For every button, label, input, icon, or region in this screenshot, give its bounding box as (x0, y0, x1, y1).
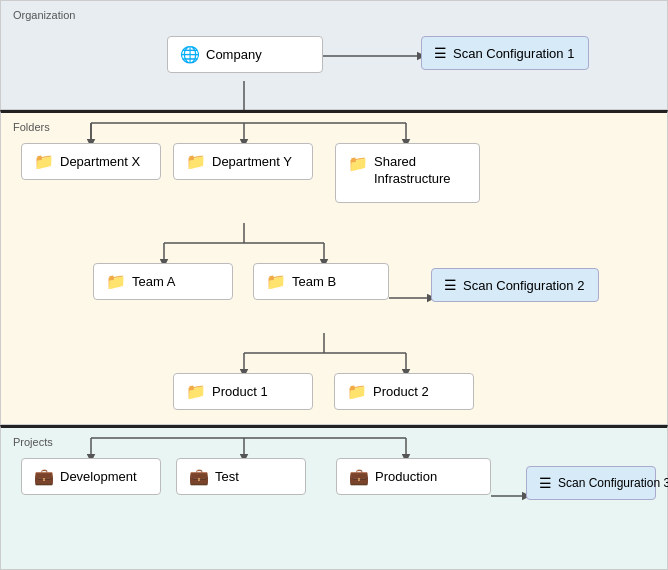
scan-config-2-label: Scan Configuration 2 (463, 278, 584, 293)
folder-icon-product2: 📁 (347, 382, 367, 401)
team-a-label: Team A (132, 274, 175, 289)
test-node[interactable]: 💼 Test (176, 458, 306, 495)
folder-icon-deptx: 📁 (34, 152, 54, 171)
scan-config-1-label: Scan Configuration 1 (453, 46, 574, 61)
shared-infra-node[interactable]: 📁 Shared Infrastructure (335, 143, 480, 203)
development-label: Development (60, 469, 137, 484)
team-b-node[interactable]: 📁 Team B (253, 263, 389, 300)
product-1-label: Product 1 (212, 384, 268, 399)
development-node[interactable]: 💼 Development (21, 458, 161, 495)
scan-icon-2: ☰ (444, 277, 457, 293)
team-a-node[interactable]: 📁 Team A (93, 263, 233, 300)
company-node[interactable]: 🌐 Company (167, 36, 323, 73)
globe-icon: 🌐 (180, 45, 200, 64)
product-2-node[interactable]: 📁 Product 2 (334, 373, 474, 410)
test-label: Test (215, 469, 239, 484)
product-2-label: Product 2 (373, 384, 429, 399)
company-label: Company (206, 47, 262, 62)
scan-config-2-node[interactable]: ☰ Scan Configuration 2 (431, 268, 599, 302)
folder-icon-teama: 📁 (106, 272, 126, 291)
scan-config-1-node[interactable]: ☰ Scan Configuration 1 (421, 36, 589, 70)
folder-icon-product1: 📁 (186, 382, 206, 401)
briefcase-icon-prod: 💼 (349, 467, 369, 486)
projects-label: Projects (13, 436, 655, 448)
projects-section: Projects 💼 Development 💼 Test 💼 Producti… (0, 425, 668, 570)
scan-icon-1: ☰ (434, 45, 447, 61)
production-label: Production (375, 469, 437, 484)
production-node[interactable]: 💼 Production (336, 458, 491, 495)
product-1-node[interactable]: 📁 Product 1 (173, 373, 313, 410)
scan-config-3-label: Scan Configuration 3 (558, 476, 668, 490)
dept-x-node[interactable]: 📁 Department X (21, 143, 161, 180)
folders-section: Folders 📁 D (0, 110, 668, 425)
team-b-label: Team B (292, 274, 336, 289)
briefcase-icon-dev: 💼 (34, 467, 54, 486)
scan-icon-3: ☰ (539, 475, 552, 491)
org-label: Organization (13, 9, 655, 21)
folders-label: Folders (13, 121, 655, 133)
dept-y-node[interactable]: 📁 Department Y (173, 143, 313, 180)
folder-icon-shared: 📁 (348, 154, 368, 173)
org-section: Organization 🌐 Company ☰ Scan Configurat… (0, 0, 668, 110)
folder-icon-teamb: 📁 (266, 272, 286, 291)
dept-y-label: Department Y (212, 154, 292, 169)
briefcase-icon-test: 💼 (189, 467, 209, 486)
scan-config-3-node[interactable]: ☰ Scan Configuration 3 (526, 466, 656, 500)
dept-x-label: Department X (60, 154, 140, 169)
folder-icon-depty: 📁 (186, 152, 206, 171)
shared-infra-label: Shared Infrastructure (374, 154, 467, 188)
